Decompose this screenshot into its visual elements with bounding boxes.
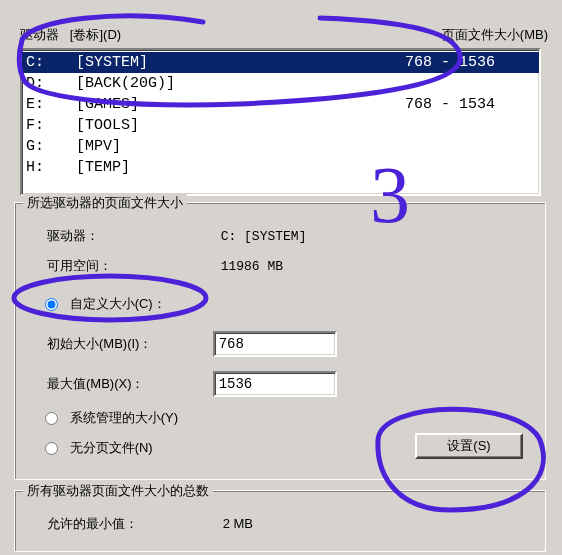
drive-paging-size (365, 157, 535, 178)
drive-row[interactable]: G:[MPV] (22, 136, 539, 157)
group-selected-drive-title: 所选驱动器的页面文件大小 (23, 194, 187, 212)
selected-drive-value: C: [SYSTEM] (221, 229, 307, 244)
drive-list-header: 驱动器 [卷标](D) 页面文件大小(MB) (20, 26, 548, 44)
initial-size-label: 初始大小(MB)(I)： (47, 335, 209, 353)
group-selected-drive: 所选驱动器的页面文件大小 驱动器： C: [SYSTEM] 可用空间： 1198… (14, 202, 546, 480)
radio-custom-size[interactable] (45, 298, 58, 311)
drive-volume-label: [TEMP] (76, 157, 365, 178)
drive-row[interactable]: E:[GAMES]768 - 1534 (22, 94, 539, 115)
drive-volume-label: [MPV] (76, 136, 365, 157)
min-allowed-value: 2 MB (223, 516, 253, 531)
max-size-label: 最大值(MB)(X)： (47, 375, 209, 393)
radio-custom-size-label: 自定义大小(C)： (70, 296, 166, 311)
radio-system-managed-label: 系统管理的大小(Y) (70, 410, 178, 425)
radio-no-paging[interactable] (45, 442, 58, 455)
drive-volume-label: [TOOLS] (76, 115, 365, 136)
radio-no-paging-label: 无分页文件(N) (70, 440, 153, 455)
selected-drive-label: 驱动器： (47, 227, 217, 245)
drive-row[interactable]: D:[BACK(20G)] (22, 73, 539, 94)
drive-list[interactable]: C:[SYSTEM]768 - 1536D:[BACK(20G)]E:[GAME… (20, 48, 541, 196)
drive-row[interactable]: F:[TOOLS] (22, 115, 539, 136)
drive-volume-label: [GAMES] (76, 94, 365, 115)
col-volume: [卷标] (70, 27, 103, 42)
max-size-input[interactable] (213, 371, 337, 397)
drive-letter: C: (22, 52, 76, 73)
available-space-label: 可用空间： (47, 257, 217, 275)
drive-paging-size (365, 73, 535, 94)
drive-letter: F: (22, 115, 76, 136)
drive-row[interactable]: H:[TEMP] (22, 157, 539, 178)
set-button[interactable]: 设置(S) (415, 433, 523, 459)
drive-row[interactable]: C:[SYSTEM]768 - 1536 (22, 52, 539, 73)
drive-volume-label: [SYSTEM] (76, 52, 365, 73)
drive-paging-size: 768 - 1536 (365, 52, 535, 73)
radio-system-managed[interactable] (45, 412, 58, 425)
drive-letter: E: (22, 94, 76, 115)
drive-paging-size (365, 115, 535, 136)
drive-letter: G: (22, 136, 76, 157)
drive-letter: D: (22, 73, 76, 94)
min-allowed-label: 允许的最小值： (47, 515, 219, 533)
group-total-size: 所有驱动器页面文件大小的总数 允许的最小值： 2 MB (14, 490, 546, 552)
initial-size-input[interactable] (213, 331, 337, 357)
col-volume-key: (D) (103, 27, 121, 42)
drive-paging-size (365, 136, 535, 157)
drive-letter: H: (22, 157, 76, 178)
available-space-value: 11986 MB (221, 259, 283, 274)
drive-volume-label: [BACK(20G)] (76, 73, 365, 94)
col-size: 页面文件大小(MB) (442, 26, 548, 44)
group-total-size-title: 所有驱动器页面文件大小的总数 (23, 482, 213, 500)
drive-paging-size: 768 - 1534 (365, 94, 535, 115)
col-drive: 驱动器 (20, 27, 59, 42)
